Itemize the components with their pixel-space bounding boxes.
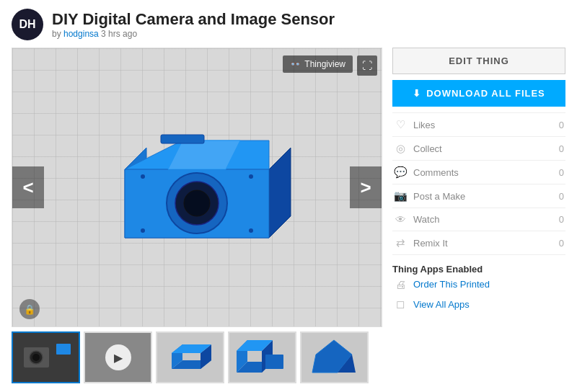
printer-icon: 🖨	[394, 278, 407, 290]
watch-count: 0	[559, 214, 564, 225]
post-make-count: 0	[559, 191, 564, 202]
svg-point-11	[249, 228, 253, 233]
camera-svg	[85, 104, 309, 270]
order-printed-label: Order This Printed	[413, 279, 490, 290]
thing-apps-title: Thing Apps Enabled	[392, 264, 565, 275]
likes-count: 0	[559, 120, 564, 130]
svg-point-10	[141, 228, 145, 233]
collect-icon: ◎	[394, 142, 407, 155]
site-logo: DH	[12, 9, 43, 40]
next-button[interactable]: >	[350, 166, 382, 208]
download-icon: ⬇	[413, 88, 421, 99]
page-wrapper: DH DIY Digital Camera and Image Sensor b…	[0, 0, 577, 392]
heart-icon: ♡	[394, 118, 407, 131]
download-label: DOWNLOAD ALL FILES	[426, 88, 545, 99]
thumbnails-row: ▶	[12, 331, 382, 383]
svg-rect-13	[161, 135, 204, 143]
page-title: DIY Digital Camera and Image Sensor	[52, 10, 335, 29]
thumbnail-5[interactable]	[300, 331, 369, 383]
svg-point-9	[249, 174, 253, 179]
post-make-label: Post a Make	[413, 191, 465, 202]
main-content: 👓 Thingiview ⛶ < > 🔒	[12, 48, 565, 383]
author-link[interactable]: hodginsa	[63, 29, 99, 39]
thingiview-label: Thingiview	[304, 59, 345, 69]
thumb-img-4	[229, 333, 295, 382]
thing-apps-section: Thing Apps Enabled 🖨 Order This Printed …	[392, 261, 565, 314]
play-button[interactable]: ▶	[105, 344, 131, 370]
svg-point-8	[141, 174, 145, 179]
right-panel: EDIT THING ⬇ DOWNLOAD ALL FILES ♡ Likes …	[392, 48, 565, 383]
likes-label: Likes	[413, 120, 435, 130]
thumb-img-3	[157, 333, 223, 382]
collect-count: 0	[559, 143, 564, 154]
camera-icon: 📷	[394, 190, 407, 202]
svg-rect-18	[56, 344, 71, 355]
eye-icon: 👁	[394, 213, 407, 226]
left-panel: 👓 Thingiview ⛶ < > 🔒	[12, 48, 382, 383]
comment-icon: 💬	[394, 166, 407, 179]
watch-label: Watch	[413, 214, 439, 225]
view-all-apps-label: View All Apps	[413, 299, 470, 310]
prev-button[interactable]: <	[12, 166, 44, 208]
header-text: DIY Digital Camera and Image Sensor by h…	[52, 10, 335, 39]
action-remix[interactable]: ⇄ Remix It 0	[392, 231, 565, 255]
thumbnail-2[interactable]: ▶	[84, 331, 152, 383]
lock-icon: 🔒	[24, 304, 35, 315]
remix-count: 0	[559, 238, 564, 249]
box-icon: ◻	[394, 298, 407, 311]
camera-render	[12, 48, 382, 326]
action-likes[interactable]: ♡ Likes 0	[392, 113, 565, 137]
time-ago: 3 hrs ago	[101, 29, 137, 39]
remix-label: Remix It	[413, 238, 448, 249]
comments-count: 0	[559, 167, 564, 178]
actions-list: ♡ Likes 0 ◎ Collect 0 💬 Comments	[392, 112, 565, 255]
edit-thing-button[interactable]: EDIT THING	[392, 48, 565, 74]
collect-label: Collect	[413, 143, 442, 154]
glasses-icon: 👓	[290, 59, 301, 69]
thumb-img-1	[13, 333, 79, 382]
download-all-button[interactable]: ⬇ DOWNLOAD ALL FILES	[392, 80, 565, 107]
byline: by hodginsa 3 hrs ago	[52, 29, 335, 39]
remix-icon: ⇄	[394, 236, 407, 249]
action-watch[interactable]: 👁 Watch 0	[392, 208, 565, 231]
action-comments[interactable]: 💬 Comments 0	[392, 161, 565, 184]
svg-marker-2	[269, 148, 291, 238]
thumbnail-3[interactable]	[156, 331, 224, 383]
page-header: DH DIY Digital Camera and Image Sensor b…	[12, 9, 565, 40]
svg-point-7	[184, 190, 210, 216]
action-collect[interactable]: ◎ Collect 0	[392, 137, 565, 161]
thumbnail-1[interactable]	[12, 331, 80, 383]
svg-point-17	[32, 354, 40, 361]
thumb-img-5	[301, 333, 367, 382]
lock-badge: 🔒	[19, 299, 40, 319]
image-container: 👓 Thingiview ⛶ < > 🔒	[12, 48, 382, 327]
thingiview-button[interactable]: 👓 Thingiview	[283, 55, 353, 73]
app-view-all[interactable]: ◻ View All Apps	[392, 294, 565, 314]
comments-label: Comments	[413, 167, 459, 178]
app-order-printed[interactable]: 🖨 Order This Printed	[392, 275, 565, 294]
fullscreen-icon: ⛶	[362, 60, 372, 71]
action-post-make[interactable]: 📷 Post a Make 0	[392, 184, 565, 208]
svg-rect-19	[157, 333, 223, 382]
thumbnail-4[interactable]	[228, 331, 296, 383]
fullscreen-button[interactable]: ⛶	[357, 55, 377, 76]
svg-rect-29	[265, 355, 283, 369]
